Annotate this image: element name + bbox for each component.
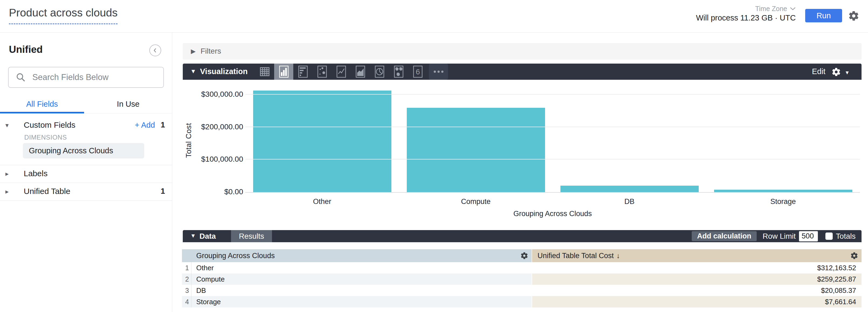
column-header-label: Grouping Across Clouds: [196, 252, 275, 260]
dimension-cell[interactable]: Storage: [191, 296, 532, 307]
table-header-row: Grouping Across Clouds Unified Table Tot…: [182, 249, 862, 262]
column-header-label: Unified Table Total Cost: [537, 252, 614, 260]
x-category-label: Storage: [706, 197, 860, 206]
bar-slot: [399, 89, 553, 192]
column-header-dimension[interactable]: Grouping Across Clouds: [191, 249, 532, 262]
chart-type-table-icon[interactable]: [255, 64, 274, 80]
add-custom-field-button[interactable]: + Add: [135, 121, 155, 130]
y-axis: $0.00$100,000.00$200,000.00$300,000.00: [183, 89, 243, 192]
column-header-measure[interactable]: Unified Table Total Cost ↓: [532, 249, 862, 262]
visualization-label: Visualization: [200, 67, 248, 76]
search-input[interactable]: [32, 72, 151, 82]
row-number: 1: [182, 262, 191, 274]
tab-results[interactable]: Results: [231, 230, 272, 242]
caret-right-icon: ▶: [191, 48, 196, 55]
caret-right-icon[interactable]: ▸: [5, 188, 9, 195]
row-number: 3: [182, 285, 191, 296]
divider: [0, 200, 172, 201]
chevron-down-icon: [790, 7, 796, 10]
caret-down-icon[interactable]: ▼: [190, 232, 196, 239]
caret-down-icon[interactable]: ▾: [5, 122, 9, 129]
caret-right-icon[interactable]: ▸: [5, 170, 9, 178]
value-cell[interactable]: $259,225.87: [532, 274, 862, 285]
chart-type-scatter-icon[interactable]: [312, 64, 332, 80]
gridline: [245, 94, 860, 95]
value-cell[interactable]: $7,661.64: [532, 296, 862, 307]
x-axis-line: [245, 192, 860, 193]
visualization-settings-gear-icon[interactable]: [831, 67, 841, 77]
add-calculation-button[interactable]: Add calculation: [692, 231, 757, 241]
value-cell[interactable]: $20,085.37: [532, 285, 862, 296]
bar-db[interactable]: [560, 186, 699, 192]
row-limit-input[interactable]: [799, 231, 818, 241]
totals-checkbox[interactable]: [826, 232, 833, 240]
tab-in-use[interactable]: In Use: [84, 100, 172, 108]
bar-compute[interactable]: [407, 108, 545, 192]
bar-slot: [706, 89, 860, 192]
main-panel: ▶ Filters ▼ Visualization: [173, 33, 868, 312]
edit-visualization-button[interactable]: Edit: [812, 67, 826, 76]
column-gear-icon[interactable]: [850, 252, 858, 260]
explore-page: Product across clouds Time Zone Will pro…: [0, 0, 868, 312]
x-axis-title: Grouping Across Clouds: [245, 210, 860, 218]
x-axis: OtherComputeDBStorage: [245, 197, 860, 206]
dimensions-group-label: DIMENSIONS: [24, 134, 67, 141]
section-count: 1: [161, 187, 165, 196]
chart-type-map-icon[interactable]: [389, 64, 408, 80]
chart-type-line-icon[interactable]: [332, 64, 351, 80]
chevron-left-icon: [152, 48, 158, 53]
more-chart-types-icon[interactable]: [429, 64, 448, 80]
x-category-label: Other: [245, 197, 399, 206]
table-body: 1Other$312,163.522Compute$259,225.873DB$…: [182, 262, 862, 307]
sidebar-tabs: All Fields In Use: [0, 95, 172, 114]
row-limit-label: Row Limit: [763, 232, 796, 241]
section-unified-table[interactable]: ▸ Unified Table 1: [0, 183, 172, 200]
chart-type-pie-icon[interactable]: [370, 64, 389, 80]
data-bar: ▼ Data Results Add calculation Row Limit…: [183, 230, 862, 242]
filters-label: Filters: [200, 47, 221, 56]
x-category-label: Compute: [399, 197, 553, 206]
filters-bar[interactable]: ▶ Filters: [183, 43, 862, 60]
dimension-cell[interactable]: Other: [191, 262, 532, 274]
timezone-control[interactable]: Time Zone: [755, 5, 796, 13]
value-cell[interactable]: $312,163.52: [532, 262, 862, 274]
bar-storage[interactable]: [714, 190, 852, 192]
visualization-bar: ▼ Visualization: [183, 64, 862, 80]
field-grouping-across-clouds[interactable]: Grouping Across Clouds: [23, 143, 144, 158]
data-label: Data: [199, 232, 216, 241]
process-note: Will process 11.23 GB · UTC: [696, 13, 796, 22]
section-label: Labels: [24, 169, 48, 178]
chart-type-bar-icon[interactable]: [293, 64, 312, 80]
section-labels[interactable]: ▸ Labels: [0, 165, 172, 182]
dimension-cell[interactable]: DB: [191, 285, 532, 296]
chart-type-column-icon[interactable]: [274, 64, 293, 80]
dimension-cell[interactable]: Compute: [191, 274, 532, 285]
y-tick-label: $300,000.00: [183, 90, 243, 99]
chart-type-area-icon[interactable]: [351, 64, 370, 80]
run-button[interactable]: Run: [805, 9, 842, 22]
page-title[interactable]: Product across clouds: [9, 6, 118, 24]
gridline: [245, 159, 860, 159]
caret-down-icon[interactable]: ▼: [190, 68, 196, 75]
row-number: 2: [182, 274, 191, 285]
y-tick-label: $100,000.00: [183, 155, 243, 163]
table-row: 2Compute$259,225.87: [182, 274, 862, 285]
top-bar: Product across clouds Time Zone Will pro…: [0, 0, 868, 33]
bar-other[interactable]: [253, 91, 392, 192]
chart-type-single-value-icon[interactable]: 6: [408, 64, 427, 80]
caret-down-icon[interactable]: ▼: [844, 70, 850, 76]
section-label: Custom Fields: [24, 120, 75, 130]
field-search-box[interactable]: [8, 67, 164, 88]
chart-type-picker: 6: [255, 64, 448, 80]
timezone-label: Time Zone: [755, 5, 787, 13]
svg-text:6: 6: [416, 68, 420, 76]
section-label: Unified Table: [24, 187, 70, 196]
collapse-sidebar-button[interactable]: [149, 44, 161, 56]
bar-chart: Total Cost $0.00$100,000.00$200,000.00$3…: [183, 80, 862, 225]
section-custom-fields[interactable]: ▾ Custom Fields + Add 1: [0, 117, 172, 134]
explore-settings-gear-icon[interactable]: [848, 10, 859, 22]
search-icon: [16, 72, 26, 83]
row-number: 4: [182, 296, 191, 307]
tab-all-fields[interactable]: All Fields: [0, 100, 84, 108]
column-gear-icon[interactable]: [520, 252, 528, 260]
